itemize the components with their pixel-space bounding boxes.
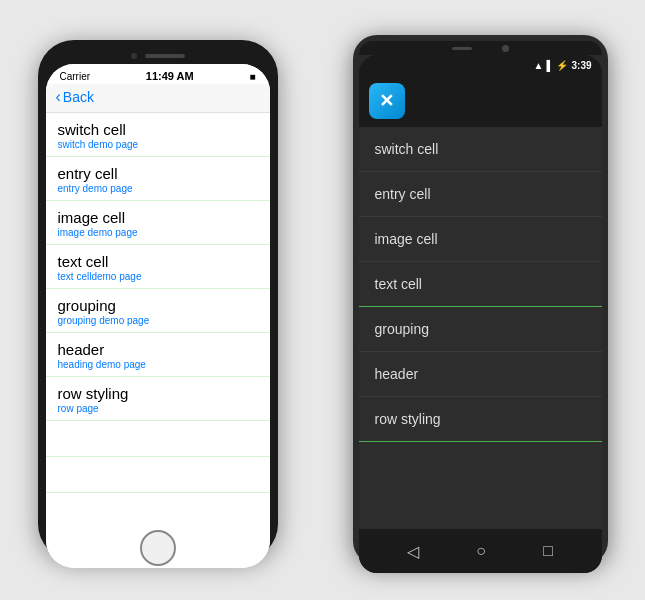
item-title: header bbox=[58, 341, 258, 358]
list-item[interactable]: entry cell entry demo page bbox=[46, 157, 270, 201]
item-title: grouping bbox=[58, 297, 258, 314]
app-icon-letter: ✕ bbox=[379, 90, 394, 112]
android-recent-icon[interactable]: □ bbox=[543, 542, 553, 560]
android-list-item[interactable]: header bbox=[359, 352, 602, 397]
android-top-bar bbox=[359, 41, 602, 55]
android-list-item[interactable]: switch cell bbox=[359, 127, 602, 172]
item-title: entry cell bbox=[58, 165, 258, 182]
android-item-title: row styling bbox=[375, 411, 441, 427]
android-item-title: image cell bbox=[375, 231, 438, 247]
ios-camera bbox=[131, 53, 137, 59]
item-subtitle: row page bbox=[58, 403, 258, 414]
android-status-bar: ▲ ▌ ⚡ 3:39 bbox=[359, 55, 602, 75]
android-wifi-icon: ▲ bbox=[533, 60, 543, 71]
android-item-title: entry cell bbox=[375, 186, 431, 202]
list-item[interactable]: text cell text celldemo page bbox=[46, 245, 270, 289]
android-item-title: switch cell bbox=[375, 141, 439, 157]
ios-back-chevron-icon: ‹ bbox=[56, 88, 61, 106]
ios-time: 11:49 AM bbox=[146, 70, 194, 82]
item-subtitle: entry demo page bbox=[58, 183, 258, 194]
list-item-empty bbox=[46, 421, 270, 457]
list-item-empty bbox=[46, 493, 270, 528]
item-title: switch cell bbox=[58, 121, 258, 138]
item-title: text cell bbox=[58, 253, 258, 270]
ios-phone: Carrier 11:49 AM ■ ‹ Back switch cell sw… bbox=[38, 40, 278, 560]
android-list: switch cell entry cell image cell text c… bbox=[359, 127, 602, 529]
ios-home-button[interactable] bbox=[140, 530, 176, 566]
ios-back-button[interactable]: ‹ Back bbox=[56, 88, 94, 106]
android-list-item[interactable]: row styling bbox=[359, 397, 602, 442]
android-camera bbox=[502, 45, 509, 52]
ios-battery: ■ bbox=[249, 71, 255, 82]
item-title: row styling bbox=[58, 385, 258, 402]
ios-status-bar: Carrier 11:49 AM ■ bbox=[46, 64, 270, 84]
item-subtitle: image demo page bbox=[58, 227, 258, 238]
android-list-item[interactable]: entry cell bbox=[359, 172, 602, 217]
ios-nav-bar: ‹ Back bbox=[46, 84, 270, 113]
list-item[interactable]: grouping grouping demo page bbox=[46, 289, 270, 333]
list-item[interactable]: image cell image demo page bbox=[46, 201, 270, 245]
android-nav-bar: ◁ ○ □ bbox=[359, 529, 602, 573]
item-subtitle: grouping demo page bbox=[58, 315, 258, 326]
list-item[interactable]: row styling row page bbox=[46, 377, 270, 421]
android-time: 3:39 bbox=[571, 60, 591, 71]
android-list-item[interactable]: image cell bbox=[359, 217, 602, 262]
android-list-item[interactable]: grouping bbox=[359, 307, 602, 352]
android-item-title: text cell bbox=[375, 276, 422, 292]
ios-back-label: Back bbox=[63, 89, 94, 105]
item-subtitle: heading demo page bbox=[58, 359, 258, 370]
ios-speaker bbox=[145, 54, 185, 58]
android-item-title: header bbox=[375, 366, 419, 382]
list-item[interactable]: header heading demo page bbox=[46, 333, 270, 377]
android-app-icon: ✕ bbox=[369, 83, 405, 119]
android-home-icon[interactable]: ○ bbox=[476, 542, 486, 560]
ios-list: switch cell switch demo page entry cell … bbox=[46, 113, 270, 528]
android-speaker bbox=[452, 47, 472, 50]
android-list-item[interactable]: text cell bbox=[359, 262, 602, 307]
android-battery-icon: ⚡ bbox=[556, 60, 568, 71]
android-back-icon[interactable]: ◁ bbox=[407, 542, 419, 561]
item-subtitle: switch demo page bbox=[58, 139, 258, 150]
list-item-empty bbox=[46, 457, 270, 493]
android-phone: ▲ ▌ ⚡ 3:39 ✕ switch cell entry cell imag… bbox=[353, 35, 608, 565]
android-signal-icon: ▌ bbox=[546, 60, 553, 71]
ios-home-bar bbox=[46, 528, 270, 568]
item-subtitle: text celldemo page bbox=[58, 271, 258, 282]
android-header: ✕ bbox=[359, 75, 602, 127]
ios-carrier: Carrier bbox=[60, 71, 91, 82]
android-item-title: grouping bbox=[375, 321, 430, 337]
item-title: image cell bbox=[58, 209, 258, 226]
list-item[interactable]: switch cell switch demo page bbox=[46, 113, 270, 157]
